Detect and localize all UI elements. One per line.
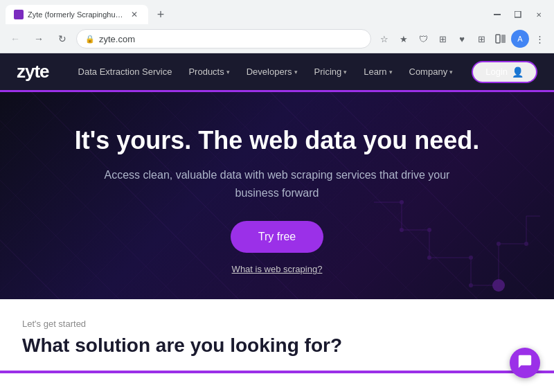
company-arrow-icon: ▾ (449, 69, 453, 75)
address-bar[interactable]: 🔒 zyte.com (76, 29, 371, 48)
nav-item-learn[interactable]: Learn ▾ (357, 62, 399, 81)
nav-item-data-extraction[interactable]: Data Extraction Service (71, 62, 179, 81)
svg-point-21 (400, 228, 404, 232)
tab-close-button[interactable]: ✕ (129, 9, 140, 20)
svg-rect-2 (496, 35, 500, 43)
bookmark-icon[interactable]: ☆ (375, 30, 393, 48)
pricing-arrow-icon: ▾ (343, 69, 347, 75)
browser-tab[interactable]: Zyte (formerly Scrapinghub) #1 ✕ (6, 5, 148, 24)
nav-item-company[interactable]: Company ▾ (402, 62, 461, 81)
svg-rect-3 (501, 35, 506, 43)
tab-title: Zyte (formerly Scrapinghub) #1 (28, 10, 125, 19)
title-bar: Zyte (formerly Scrapinghub) #1 ✕ + ✕ (0, 0, 554, 25)
reload-button[interactable]: ↻ (53, 29, 72, 48)
split-screen-icon[interactable] (492, 30, 510, 48)
learn-arrow-icon: ▾ (389, 69, 393, 75)
login-button[interactable]: Login 👤 (472, 61, 537, 83)
toolbar-actions: ☆ ★ 🛡 ⊞ ♥ ⊞ A ⋮ (375, 30, 548, 48)
nav-links: Data Extraction Service Products ▾ Devel… (71, 62, 472, 81)
site-nav: zyte Data Extraction Service Products ▾ … (0, 53, 554, 92)
chat-icon (517, 354, 533, 373)
menu-icon[interactable]: ⋮ (530, 30, 548, 48)
svg-point-17 (469, 283, 473, 287)
tab-favicon (14, 10, 24, 19)
login-user-icon: 👤 (512, 66, 524, 78)
site-logo[interactable]: zyte (17, 61, 49, 82)
developers-arrow-icon: ▾ (294, 69, 298, 75)
svg-point-23 (492, 279, 505, 292)
maximize-button[interactable] (508, 5, 528, 24)
hero-subtitle: Access clean, valuable data with web scr… (83, 166, 471, 202)
back-button[interactable]: ← (6, 29, 25, 48)
browser-toolbar: ← → ↻ 🔒 zyte.com ☆ ★ 🛡 ⊞ ♥ ⊞ A ⋮ (0, 25, 554, 53)
login-label: Login (485, 66, 508, 77)
lock-icon: 🔒 (85, 35, 95, 44)
star-icon[interactable]: ★ (395, 30, 413, 48)
svg-rect-0 (494, 14, 501, 15)
svg-point-19 (427, 256, 431, 260)
eyebrow-text: Let's get started (22, 319, 532, 329)
svg-point-18 (469, 256, 473, 260)
extensions-icon[interactable]: ⊞ (434, 30, 452, 48)
close-window-button[interactable]: ✕ (529, 5, 548, 24)
chat-bubble-button[interactable] (510, 348, 540, 378)
website-content: zyte Data Extraction Service Products ▾ … (0, 53, 554, 392)
hero-title: It's yours. The web data you need. (75, 125, 480, 155)
url-display: zyte.com (99, 34, 135, 44)
svg-rect-1 (515, 11, 521, 17)
minimize-button[interactable] (488, 5, 507, 24)
grid-icon[interactable]: ⊞ (472, 30, 490, 48)
below-fold-section: Let's get started What solution are you … (0, 299, 554, 371)
svg-point-20 (427, 228, 431, 232)
profile-icon[interactable]: A (511, 30, 529, 48)
heart-icon[interactable]: ♥ (453, 30, 471, 48)
shield-icon[interactable]: 🛡 (414, 30, 432, 48)
nav-item-developers[interactable]: Developers ▾ (240, 62, 305, 81)
nav-item-pricing[interactable]: Pricing ▾ (307, 62, 355, 81)
forward-button[interactable]: → (29, 29, 48, 48)
svg-point-16 (524, 242, 528, 246)
bottom-accent-bar (0, 371, 554, 373)
below-fold-title: What solution are you looking for? (22, 335, 532, 357)
new-tab-button[interactable]: + (151, 5, 170, 24)
svg-point-15 (497, 242, 501, 246)
what-is-web-scraping-link[interactable]: What is web scraping? (232, 264, 323, 274)
nav-item-products[interactable]: Products ▾ (181, 62, 236, 81)
hero-section: It's yours. The web data you need. Acces… (0, 92, 554, 299)
window-controls: ✕ (488, 5, 548, 24)
browser-chrome: Zyte (formerly Scrapinghub) #1 ✕ + ✕ ← →… (0, 0, 554, 53)
products-arrow-icon: ▾ (226, 69, 230, 75)
try-free-button[interactable]: Try free (231, 221, 324, 253)
